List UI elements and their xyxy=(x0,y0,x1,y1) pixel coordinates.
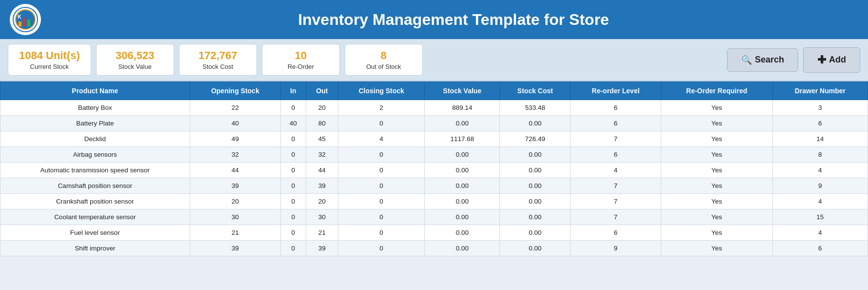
table-row: Coolant temperature sensor3003000.000.00… xyxy=(0,209,868,225)
table-cell-8-3: 21 xyxy=(306,225,338,241)
table-cell-6-3: 20 xyxy=(306,194,338,209)
table-cell-7-0: Coolant temperature sensor xyxy=(0,209,190,225)
table-cell-0-3: 20 xyxy=(306,100,338,116)
table-cell-1-1: 40 xyxy=(190,116,280,131)
add-button[interactable]: ✚ Add xyxy=(803,47,860,73)
table-row: Automatic transmission speed sensor44044… xyxy=(0,163,868,178)
svg-rect-3 xyxy=(27,20,30,26)
table-cell-4-1: 44 xyxy=(190,163,280,178)
table-col-header-7: Re-order Level xyxy=(571,82,661,100)
search-button-label: Search xyxy=(755,55,784,65)
table-cell-7-8: Yes xyxy=(661,209,772,225)
logo: K xyxy=(10,4,41,35)
table-cell-1-3: 80 xyxy=(306,116,338,131)
table-cell-4-2: 0 xyxy=(281,163,306,178)
table-cell-8-5: 0.00 xyxy=(425,225,500,241)
table-cell-8-4: 0 xyxy=(338,225,425,241)
stock-cost-label: Stock Cost xyxy=(190,63,246,70)
table-cell-6-5: 0.00 xyxy=(425,194,500,209)
reorder-value: 10 xyxy=(273,49,329,62)
table-cell-2-7: 7 xyxy=(571,131,661,147)
table-cell-1-6: 0.00 xyxy=(500,116,571,131)
table-row: Decklid4904541117.68726.497Yes14 xyxy=(0,131,868,147)
table-cell-0-7: 6 xyxy=(571,100,661,116)
table-cell-2-2: 0 xyxy=(281,131,306,147)
table-cell-1-0: Battery Plate xyxy=(0,116,190,131)
table-cell-1-2: 40 xyxy=(281,116,306,131)
table-cell-2-1: 49 xyxy=(190,131,280,147)
search-icon: 🔍 xyxy=(741,55,752,65)
table-row: Battery Plate40408000.000.006Yes6 xyxy=(0,116,868,131)
table-cell-4-8: Yes xyxy=(661,163,772,178)
table-row: Camshaft position sensor3903900.000.007Y… xyxy=(0,178,868,194)
inventory-table: Product NameOpening StockInOutClosing St… xyxy=(0,82,868,256)
stat-current-stock: 1084 Unit(s) Current Stock xyxy=(8,44,91,76)
table-cell-6-0: Crankshaft position sensor xyxy=(0,194,190,209)
table-cell-4-6: 0.00 xyxy=(500,163,571,178)
table-cell-5-5: 0.00 xyxy=(425,178,500,194)
current-stock-value: 1084 Unit(s) xyxy=(19,49,80,62)
table-cell-4-0: Automatic transmission speed sensor xyxy=(0,163,190,178)
add-button-label: Add xyxy=(829,55,846,65)
table-cell-6-9: 4 xyxy=(772,194,868,209)
table-cell-9-8: Yes xyxy=(661,241,772,256)
table-cell-2-3: 45 xyxy=(306,131,338,147)
table-cell-8-9: 4 xyxy=(772,225,868,241)
table-cell-1-4: 0 xyxy=(338,116,425,131)
stats-bar: 1084 Unit(s) Current Stock 306,523 Stock… xyxy=(0,39,868,82)
table-row: Airbag sensors3203200.000.006Yes8 xyxy=(0,147,868,163)
table-cell-5-1: 39 xyxy=(190,178,280,194)
table-cell-9-3: 39 xyxy=(306,241,338,256)
table-cell-2-0: Decklid xyxy=(0,131,190,147)
table-cell-9-4: 0 xyxy=(338,241,425,256)
stock-value-value: 306,523 xyxy=(107,49,163,62)
stock-cost-value: 172,767 xyxy=(190,49,246,62)
table-cell-3-7: 6 xyxy=(571,147,661,163)
table-cell-8-7: 6 xyxy=(571,225,661,241)
table-col-header-5: Stock Value xyxy=(425,82,500,100)
table-cell-9-2: 0 xyxy=(281,241,306,256)
stat-reorder: 10 Re-Order xyxy=(262,44,340,76)
table-cell-9-9: 6 xyxy=(772,241,868,256)
table-cell-9-5: 0.00 xyxy=(425,241,500,256)
table-cell-9-1: 39 xyxy=(190,241,280,256)
table-cell-3-2: 0 xyxy=(281,147,306,163)
table-col-header-1: Opening Stock xyxy=(190,82,280,100)
table-cell-7-4: 0 xyxy=(338,209,425,225)
inventory-table-container: Product NameOpening StockInOutClosing St… xyxy=(0,82,868,256)
table-cell-2-6: 726.49 xyxy=(500,131,571,147)
table-cell-6-7: 7 xyxy=(571,194,661,209)
stock-value-label: Stock Value xyxy=(107,63,163,70)
table-cell-6-2: 0 xyxy=(281,194,306,209)
table-cell-9-0: Shift improver xyxy=(0,241,190,256)
table-cell-1-8: Yes xyxy=(661,116,772,131)
table-cell-5-8: Yes xyxy=(661,178,772,194)
table-col-header-8: Re-Order Required xyxy=(661,82,772,100)
table-col-header-2: In xyxy=(281,82,306,100)
table-cell-0-4: 2 xyxy=(338,100,425,116)
table-cell-0-1: 22 xyxy=(190,100,280,116)
out-of-stock-value: 8 xyxy=(356,49,412,62)
table-cell-5-3: 39 xyxy=(306,178,338,194)
table-cell-1-7: 6 xyxy=(571,116,661,131)
table-cell-5-6: 0.00 xyxy=(500,178,571,194)
table-cell-3-0: Airbag sensors xyxy=(0,147,190,163)
table-cell-5-4: 0 xyxy=(338,178,425,194)
table-cell-7-6: 0.00 xyxy=(500,209,571,225)
svg-rect-2 xyxy=(23,18,26,26)
table-cell-7-9: 15 xyxy=(772,209,868,225)
table-cell-0-5: 889.14 xyxy=(425,100,500,116)
search-button[interactable]: 🔍 Search xyxy=(727,48,798,72)
table-cell-4-5: 0.00 xyxy=(425,163,500,178)
stat-stock-cost: 172,767 Stock Cost xyxy=(179,44,257,76)
table-cell-4-9: 4 xyxy=(772,163,868,178)
table-cell-8-8: Yes xyxy=(661,225,772,241)
table-row: Fuel level sensor2102100.000.006Yes4 xyxy=(0,225,868,241)
logo-inner: K xyxy=(13,7,38,32)
table-cell-5-7: 7 xyxy=(571,178,661,194)
table-header-row: Product NameOpening StockInOutClosing St… xyxy=(0,82,868,100)
table-cell-8-1: 21 xyxy=(190,225,280,241)
table-cell-7-2: 0 xyxy=(281,209,306,225)
table-cell-7-7: 7 xyxy=(571,209,661,225)
table-col-header-3: Out xyxy=(306,82,338,100)
